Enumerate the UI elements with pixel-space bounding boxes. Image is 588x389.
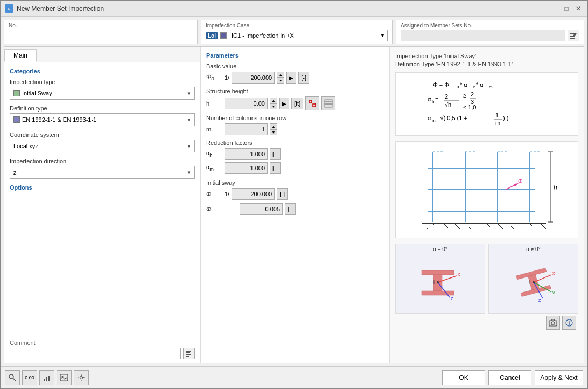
svg-text:≥: ≥: [463, 92, 466, 99]
coordinate-system-select[interactable]: Local xyz: [10, 140, 195, 152]
m-value[interactable]: 1: [225, 123, 268, 135]
h-spin-up[interactable]: ▲: [270, 98, 277, 103]
h-select-icon[interactable]: [305, 96, 319, 110]
alpha-h-value[interactable]: 1.000: [225, 148, 268, 160]
svg-text:i: i: [569, 321, 570, 326]
comment-input[interactable]: [10, 348, 181, 359]
sway-value2[interactable]: 0.005: [240, 203, 283, 215]
assigned-input[interactable]: [401, 30, 565, 41]
h-number: 0.00: [254, 100, 265, 107]
svg-rect-14: [325, 102, 332, 104]
case-value: IC1 - Imperfection in +X: [232, 32, 294, 39]
info-icon-btn[interactable]: i: [562, 316, 576, 330]
chart-footer-btn[interactable]: [39, 370, 54, 385]
svg-text:2: 2: [445, 93, 448, 100]
phi0-arrow-btn[interactable]: ▶: [286, 72, 296, 84]
svg-line-59: [498, 224, 503, 229]
svg-text:v: v: [552, 290, 555, 295]
assigned-input-row: [401, 30, 579, 41]
definition-type-select[interactable]: EN 1992-1-1 & EN 1993-1-1: [10, 113, 195, 126]
sway-dash2[interactable]: [-]: [285, 203, 296, 215]
imperfection-direction-value: z: [13, 169, 17, 176]
cancel-button[interactable]: Cancel: [488, 370, 531, 385]
svg-text:) ): ) ): [503, 115, 508, 121]
decimal-footer-btn[interactable]: 0.00: [22, 370, 37, 385]
initial-sway-label: Initial sway: [206, 179, 384, 186]
sway-number2: 0.005: [265, 206, 280, 212]
footer: 0.00 OK Cancel Apply & Next: [1, 366, 587, 388]
middle-panel: Parameters Basic value Φ0 1/ 200.000 ▲ ▼: [201, 47, 390, 363]
close-button[interactable]: ✕: [573, 4, 583, 13]
phi0-value[interactable]: 200.000: [232, 72, 275, 84]
apply-next-button[interactable]: Apply & Next: [535, 370, 583, 385]
chevron-down-icon: ▼: [380, 33, 385, 38]
sway-value1[interactable]: 200.000: [232, 188, 275, 200]
phi0-number: 200.000: [250, 74, 272, 81]
h-arrow-btn[interactable]: ▶: [279, 98, 289, 109]
alpha-h-dash[interactable]: [-]: [270, 148, 281, 160]
comment-edit-button[interactable]: [183, 348, 195, 359]
case-select[interactable]: IC1 - Imperfection in +X ▼: [229, 30, 388, 41]
basic-value-label: Basic value: [206, 63, 384, 70]
image-footer-btn[interactable]: [57, 370, 72, 385]
svg-text:α: α: [428, 115, 431, 121]
structure-height-row: h 0.00 ▲ ▼ ▶ [ft]: [206, 96, 384, 110]
lol-badge: Lol: [206, 32, 218, 39]
m-spin-down[interactable]: ▼: [270, 129, 277, 135]
case-color-dot: [220, 32, 227, 39]
alpha0-label: α = 0°: [431, 244, 450, 254]
alpha-m-value[interactable]: 1.000: [225, 162, 268, 174]
alpha-m-number: 1.000: [250, 165, 265, 171]
structure-svg: Φ h: [406, 141, 568, 238]
m-number: 1: [262, 126, 265, 133]
svg-rect-100: [60, 374, 68, 381]
imperfection-direction-label: Imperfection direction: [10, 158, 195, 164]
camera-icon-btn[interactable]: [546, 316, 560, 330]
imperfection-type-select[interactable]: Initial Sway: [10, 87, 195, 100]
tab-main[interactable]: Main: [4, 49, 37, 62]
phi0-spin-down[interactable]: ▼: [277, 78, 284, 84]
sway-fraction: 1/: [225, 191, 229, 197]
beam-diagram-alpha0: α = 0° x z: [395, 244, 485, 314]
title-bar: N New Member Set Imperfection ─ □ ✕: [1, 1, 587, 17]
no-input[interactable]: 1: [9, 30, 193, 37]
h-table-icon[interactable]: [321, 96, 335, 110]
window-title: New Member Set Imperfection: [17, 5, 550, 12]
svg-point-102: [80, 377, 83, 379]
svg-rect-8: [186, 354, 191, 355]
alpha-m-dash[interactable]: [-]: [270, 162, 281, 174]
imperfection-direction-select[interactable]: z: [10, 166, 195, 179]
imperfection-case-row: Lol IC1 - Imperfection in +X ▼: [206, 30, 388, 41]
svg-rect-13: [325, 100, 332, 102]
coordinate-system-row: Coordinate system Local xyz: [10, 131, 195, 152]
svg-rect-2: [570, 33, 575, 34]
m-spin-up[interactable]: ▲: [270, 123, 277, 129]
footer-buttons: OK Cancel Apply & Next: [442, 370, 583, 385]
sway-dash1[interactable]: [-]: [277, 188, 288, 200]
phi0-dash[interactable]: [-]: [298, 72, 309, 84]
ok-button[interactable]: OK: [442, 370, 485, 385]
svg-point-78: [437, 281, 439, 283]
search-footer-btn[interactable]: [5, 370, 20, 385]
svg-text:i: i: [529, 280, 530, 285]
h-spin-down[interactable]: ▼: [270, 103, 277, 109]
phi0-spin-up[interactable]: ▲: [277, 72, 284, 78]
settings-footer-btn[interactable]: [74, 370, 89, 385]
h-value[interactable]: 0.00: [225, 98, 268, 109]
top-row: No. 1 Imperfection Case Lol IC1 - Imperf…: [4, 20, 584, 44]
svg-text:√h: √h: [445, 101, 451, 108]
formula-svg: Φ = Φ 0 * α h * α m α h = 2: [422, 77, 551, 131]
svg-rect-97: [44, 379, 45, 381]
minimize-button[interactable]: ─: [550, 4, 559, 13]
no-field-group: No. 1: [4, 20, 198, 44]
maximize-button[interactable]: □: [562, 4, 571, 13]
diagram-title-line1: Imperfection Type 'Initial Sway': [395, 53, 476, 59]
svg-line-61: [519, 224, 524, 229]
h-unit[interactable]: [ft]: [291, 98, 303, 109]
svg-text:≤ 1,0: ≤ 1,0: [463, 104, 476, 110]
svg-text:m: m: [489, 85, 493, 89]
basic-value-row: Φ0 1/ 200.000 ▲ ▼ ▶ [-]: [206, 72, 384, 84]
svg-text:N: N: [8, 7, 10, 11]
assigned-edit-button[interactable]: [568, 30, 579, 41]
comment-row: [10, 348, 195, 359]
